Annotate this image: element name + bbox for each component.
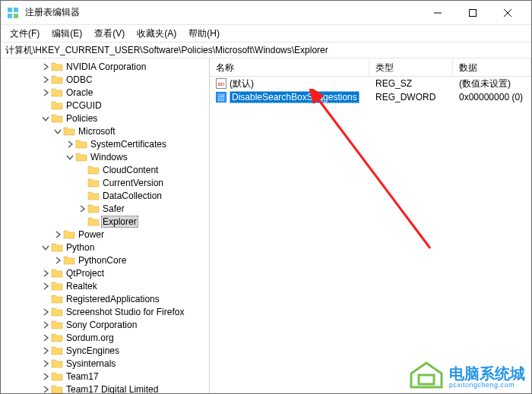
tree-item-label: SyncEngines xyxy=(65,345,121,356)
tree-pane[interactable]: NVIDIA CorporationODBCOraclePCGUIDPolici… xyxy=(1,58,210,393)
value-name-label: (默认) xyxy=(230,77,254,90)
tree-item-label: CloudContent xyxy=(101,165,160,175)
tree-expand-icon[interactable] xyxy=(40,113,51,124)
tree-expand-icon[interactable] xyxy=(40,345,51,356)
tree-item[interactable]: Team17 xyxy=(4,370,209,383)
tree-expand-icon[interactable] xyxy=(40,87,51,98)
tree-item[interactable]: RegisteredApplications xyxy=(4,292,209,305)
folder-icon xyxy=(51,370,63,383)
column-name[interactable]: 名称 xyxy=(210,58,369,76)
tree-item[interactable]: Screenshot Studio for Firefox xyxy=(4,305,209,318)
tree-item[interactable]: Oracle xyxy=(4,86,209,99)
tree-expand-icon[interactable] xyxy=(40,371,51,382)
tree-expand-icon[interactable] xyxy=(40,268,51,279)
tree-expand-icon[interactable] xyxy=(77,178,87,188)
tree-item[interactable]: Python xyxy=(4,241,209,254)
tree-expand-icon[interactable] xyxy=(40,61,51,72)
cell-name: ab(默认) xyxy=(210,77,369,90)
tree-expand-icon[interactable] xyxy=(65,152,75,162)
close-button[interactable] xyxy=(490,1,525,25)
svg-rect-0 xyxy=(8,8,12,12)
menu-file[interactable]: 文件(F) xyxy=(4,26,46,42)
column-type[interactable]: 类型 xyxy=(369,58,453,76)
tree-item[interactable]: Power xyxy=(4,228,209,241)
tree-item-label: PythonCore xyxy=(77,255,128,266)
tree-expand-icon[interactable] xyxy=(40,320,51,330)
folder-icon xyxy=(51,280,63,292)
folder-icon xyxy=(51,61,63,73)
app-icon xyxy=(7,7,19,19)
menu-view[interactable]: 查看(V) xyxy=(88,26,131,42)
tree-item[interactable]: SystemCertificates xyxy=(4,137,209,150)
tree-expand-icon[interactable] xyxy=(52,126,63,137)
tree-expand-icon[interactable] xyxy=(40,384,51,394)
tree-item-label: Safer xyxy=(101,203,126,214)
maximize-button[interactable] xyxy=(455,1,490,25)
tree-expand-icon[interactable] xyxy=(40,294,51,304)
tree-expand-icon[interactable] xyxy=(52,229,63,240)
tree-expand-icon[interactable] xyxy=(40,242,51,253)
tree-item[interactable]: QtProject xyxy=(4,266,209,279)
cell-data: 0x00000000 (0) xyxy=(453,92,531,102)
tree-item[interactable]: CurrentVersion xyxy=(4,176,209,189)
list-row[interactable]: ab(默认)REG_SZ(数值未设置) xyxy=(210,77,531,90)
tree-item[interactable]: NVIDIA Corporation xyxy=(4,60,209,73)
tree-item[interactable]: Microsoft xyxy=(4,125,209,137)
tree-item[interactable]: ODBC xyxy=(4,73,209,86)
minimize-button[interactable] xyxy=(420,1,455,25)
tree-item[interactable]: Explorer xyxy=(4,215,209,228)
tree-item-label: Oracle xyxy=(65,87,94,98)
folder-icon xyxy=(63,125,75,137)
tree-expand-icon[interactable] xyxy=(40,100,51,111)
title-bar: 注册表编辑器 xyxy=(1,1,531,25)
tree-item[interactable]: Windows xyxy=(4,150,209,163)
tree-expand-icon[interactable] xyxy=(77,203,87,214)
tree-item[interactable]: Policies xyxy=(4,112,209,125)
tree-item[interactable]: Sony Corporation xyxy=(4,318,209,331)
list-pane[interactable]: 名称 类型 数据 ab(默认)REG_SZ(数值未设置)110011Disabl… xyxy=(210,58,531,393)
address-bar[interactable]: 计算机\HKEY_CURRENT_USER\Software\Policies\… xyxy=(1,42,531,58)
folder-icon xyxy=(51,345,63,357)
tree-item[interactable]: SyncEngines xyxy=(4,344,209,357)
folder-icon xyxy=(87,190,100,202)
value-name-label: DisableSearchBoxSuggestions xyxy=(230,91,359,103)
tree-item[interactable]: PCGUID xyxy=(4,99,209,112)
tree-item-label: Power xyxy=(77,229,106,240)
folder-icon xyxy=(51,87,63,99)
tree-expand-icon[interactable] xyxy=(77,165,87,175)
menu-edit[interactable]: 编辑(E) xyxy=(46,26,88,42)
tree-expand-icon[interactable] xyxy=(40,281,51,292)
tree-item[interactable]: Sordum.org xyxy=(4,331,209,344)
tree-expand-icon[interactable] xyxy=(65,139,75,150)
tree-item[interactable]: Sysinternals xyxy=(4,357,209,370)
tree-item[interactable]: CloudContent xyxy=(4,163,209,176)
tree-item-label: QtProject xyxy=(65,268,106,279)
folder-icon xyxy=(75,138,87,150)
reg-dword-icon: 110011 xyxy=(216,92,226,102)
tree-item[interactable]: Realtek xyxy=(4,279,209,292)
tree-expand-icon[interactable] xyxy=(40,307,51,317)
folder-icon xyxy=(51,74,63,86)
folder-icon xyxy=(51,112,63,125)
column-data[interactable]: 数据 xyxy=(453,58,531,76)
address-path: 计算机\HKEY_CURRENT_USER\Software\Policies\… xyxy=(5,44,328,57)
tree-item-label: CurrentVersion xyxy=(101,178,165,188)
tree-item[interactable]: Safer xyxy=(4,202,209,215)
tree-item[interactable]: PythonCore xyxy=(4,254,209,266)
tree-expand-icon[interactable] xyxy=(40,333,51,343)
tree-item[interactable]: DataCollection xyxy=(4,189,209,202)
tree-expand-icon[interactable] xyxy=(77,216,87,227)
folder-icon xyxy=(51,319,63,331)
folder-icon xyxy=(51,358,63,370)
menu-favorites[interactable]: 收藏夹(A) xyxy=(131,26,182,42)
tree-item-label: Microsoft xyxy=(77,126,117,137)
tree-expand-icon[interactable] xyxy=(77,191,87,201)
tree-item-label: Team17 xyxy=(65,371,100,382)
tree-expand-icon[interactable] xyxy=(40,358,51,369)
tree-item[interactable]: Team17 Digital Limited xyxy=(4,383,209,393)
tree-expand-icon[interactable] xyxy=(40,74,51,85)
menu-bar: 文件(F) 编辑(E) 查看(V) 收藏夹(A) 帮助(H) xyxy=(1,25,531,42)
menu-help[interactable]: 帮助(H) xyxy=(182,26,226,42)
tree-expand-icon[interactable] xyxy=(52,255,63,266)
list-row[interactable]: 110011DisableSearchBoxSuggestionsREG_DWO… xyxy=(210,90,531,104)
